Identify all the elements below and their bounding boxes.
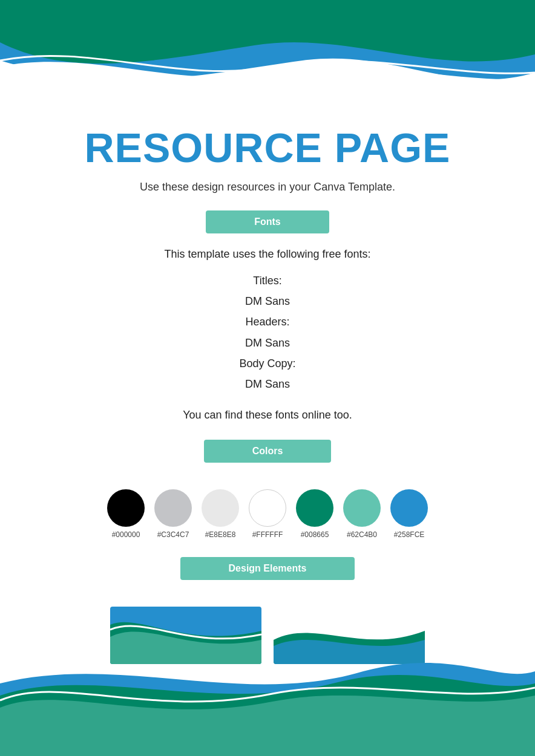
color-swatch-black: #000000	[107, 489, 145, 539]
color-swatch-white: #FFFFFF	[249, 489, 286, 539]
color-label-green: #008665	[301, 530, 329, 539]
color-circle-gray2	[202, 489, 239, 527]
font-list: Titles: DM Sans Headers: DM Sans Body Co…	[36, 270, 499, 394]
color-label-white: #FFFFFF	[252, 530, 283, 539]
color-label-black: #000000	[112, 530, 140, 539]
body-label: Body Copy:	[239, 357, 295, 370]
headers-label: Headers:	[245, 316, 289, 328]
fonts-intro: This template uses the following free fo…	[36, 248, 499, 261]
titles-label: Titles:	[253, 275, 281, 287]
colors-badge: Colors	[204, 440, 332, 463]
subtitle: Use these design resources in your Canva…	[36, 181, 499, 194]
color-circle-teal	[343, 489, 381, 527]
fonts-badge: Fonts	[206, 210, 329, 233]
page-title: RESOURCE PAGE	[36, 124, 499, 171]
titles-value: DM Sans	[245, 295, 290, 307]
headers-value: DM Sans	[245, 337, 290, 349]
fonts-footer: You can find these fonts online too.	[36, 409, 499, 422]
color-label-gray1: #C3C4C7	[157, 530, 189, 539]
color-label-teal: #62C4B0	[347, 530, 377, 539]
fonts-section: Fonts This template uses the following f…	[36, 210, 499, 422]
color-label-gray2: #E8E8E8	[205, 530, 236, 539]
design-elements-badge: Design Elements	[180, 557, 355, 580]
color-swatches: #000000 #C3C4C7 #E8E8E8 #FFFFFF #008665 …	[36, 489, 499, 539]
color-circle-black	[107, 489, 145, 527]
color-swatch-teal: #62C4B0	[343, 489, 381, 539]
font-type-headers: Headers: DM Sans	[36, 311, 499, 353]
top-wave	[0, 0, 535, 106]
color-circle-white	[249, 489, 286, 527]
color-swatch-blue: #258FCE	[390, 489, 428, 539]
colors-section: Colors #000000 #C3C4C7 #E8E8E8 #FFFFFF #…	[36, 440, 499, 539]
color-swatch-gray2: #E8E8E8	[202, 489, 239, 539]
color-circle-gray1	[154, 489, 192, 527]
color-swatch-gray1: #C3C4C7	[154, 489, 192, 539]
color-circle-blue	[390, 489, 428, 527]
font-type-body: Body Copy: DM Sans	[36, 353, 499, 394]
color-swatch-green: #008665	[296, 489, 333, 539]
color-circle-green	[296, 489, 333, 527]
bottom-wave	[0, 635, 535, 756]
font-type-titles: Titles: DM Sans	[36, 270, 499, 311]
main-content: RESOURCE PAGE Use these design resources…	[0, 106, 535, 694]
body-value: DM Sans	[245, 378, 290, 390]
color-label-blue: #258FCE	[394, 530, 425, 539]
